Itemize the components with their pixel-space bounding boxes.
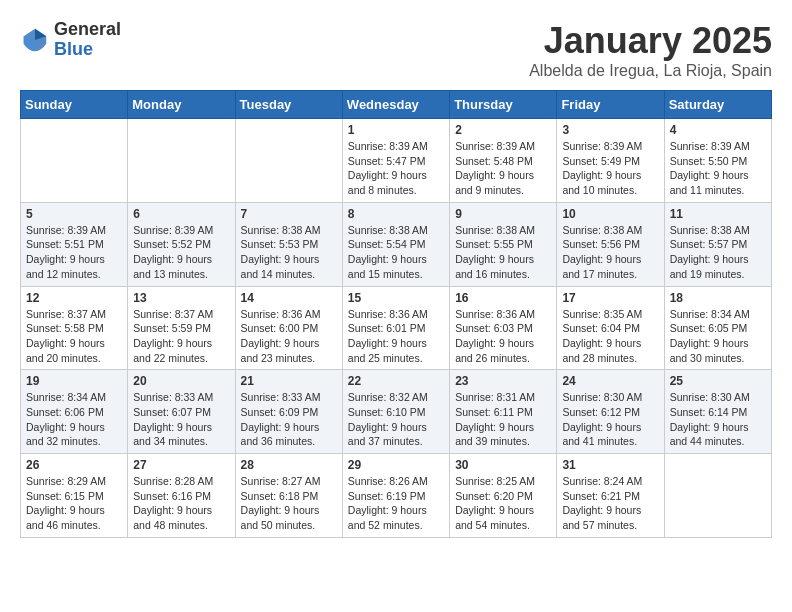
day-info: Sunrise: 8:38 AM Sunset: 5:53 PM Dayligh… bbox=[241, 223, 337, 282]
day-info: Sunrise: 8:37 AM Sunset: 5:59 PM Dayligh… bbox=[133, 307, 229, 366]
sunset-text: Sunset: 5:52 PM bbox=[133, 238, 211, 250]
day-number: 21 bbox=[241, 374, 337, 388]
title-section: January 2025 Albelda de Iregua, La Rioja… bbox=[529, 20, 772, 80]
sunrise-text: Sunrise: 8:37 AM bbox=[26, 308, 106, 320]
day-number: 17 bbox=[562, 291, 658, 305]
day-info: Sunrise: 8:31 AM Sunset: 6:11 PM Dayligh… bbox=[455, 390, 551, 449]
sunset-text: Sunset: 5:50 PM bbox=[670, 155, 748, 167]
daylight-text: Daylight: 9 hours and 22 minutes. bbox=[133, 337, 212, 364]
daylight-text: Daylight: 9 hours and 37 minutes. bbox=[348, 421, 427, 448]
sunset-text: Sunset: 6:09 PM bbox=[241, 406, 319, 418]
sunrise-text: Sunrise: 8:33 AM bbox=[241, 391, 321, 403]
day-number: 25 bbox=[670, 374, 766, 388]
daylight-text: Daylight: 9 hours and 11 minutes. bbox=[670, 169, 749, 196]
sunset-text: Sunset: 6:06 PM bbox=[26, 406, 104, 418]
calendar-week-row: 5 Sunrise: 8:39 AM Sunset: 5:51 PM Dayli… bbox=[21, 202, 772, 286]
day-number: 30 bbox=[455, 458, 551, 472]
day-number: 6 bbox=[133, 207, 229, 221]
calendar-cell bbox=[21, 119, 128, 203]
day-info: Sunrise: 8:38 AM Sunset: 5:56 PM Dayligh… bbox=[562, 223, 658, 282]
day-info: Sunrise: 8:25 AM Sunset: 6:20 PM Dayligh… bbox=[455, 474, 551, 533]
daylight-text: Daylight: 9 hours and 23 minutes. bbox=[241, 337, 320, 364]
calendar-cell bbox=[235, 119, 342, 203]
calendar-cell: 10 Sunrise: 8:38 AM Sunset: 5:56 PM Dayl… bbox=[557, 202, 664, 286]
sunset-text: Sunset: 6:05 PM bbox=[670, 322, 748, 334]
calendar-week-row: 26 Sunrise: 8:29 AM Sunset: 6:15 PM Dayl… bbox=[21, 454, 772, 538]
sunset-text: Sunset: 6:11 PM bbox=[455, 406, 533, 418]
weekday-header: Friday bbox=[557, 91, 664, 119]
sunset-text: Sunset: 5:58 PM bbox=[26, 322, 104, 334]
day-number: 26 bbox=[26, 458, 122, 472]
weekday-header: Monday bbox=[128, 91, 235, 119]
sunrise-text: Sunrise: 8:38 AM bbox=[562, 224, 642, 236]
sunrise-text: Sunrise: 8:36 AM bbox=[455, 308, 535, 320]
daylight-text: Daylight: 9 hours and 9 minutes. bbox=[455, 169, 534, 196]
calendar-cell: 4 Sunrise: 8:39 AM Sunset: 5:50 PM Dayli… bbox=[664, 119, 771, 203]
calendar-cell: 8 Sunrise: 8:38 AM Sunset: 5:54 PM Dayli… bbox=[342, 202, 449, 286]
calendar-week-row: 19 Sunrise: 8:34 AM Sunset: 6:06 PM Dayl… bbox=[21, 370, 772, 454]
sunset-text: Sunset: 5:53 PM bbox=[241, 238, 319, 250]
sunset-text: Sunset: 5:49 PM bbox=[562, 155, 640, 167]
calendar-cell: 24 Sunrise: 8:30 AM Sunset: 6:12 PM Dayl… bbox=[557, 370, 664, 454]
day-number: 16 bbox=[455, 291, 551, 305]
weekday-header: Tuesday bbox=[235, 91, 342, 119]
daylight-text: Daylight: 9 hours and 16 minutes. bbox=[455, 253, 534, 280]
day-info: Sunrise: 8:27 AM Sunset: 6:18 PM Dayligh… bbox=[241, 474, 337, 533]
sunset-text: Sunset: 6:20 PM bbox=[455, 490, 533, 502]
day-info: Sunrise: 8:37 AM Sunset: 5:58 PM Dayligh… bbox=[26, 307, 122, 366]
day-info: Sunrise: 8:33 AM Sunset: 6:09 PM Dayligh… bbox=[241, 390, 337, 449]
sunset-text: Sunset: 6:07 PM bbox=[133, 406, 211, 418]
day-number: 8 bbox=[348, 207, 444, 221]
calendar-week-row: 12 Sunrise: 8:37 AM Sunset: 5:58 PM Dayl… bbox=[21, 286, 772, 370]
calendar-cell bbox=[664, 454, 771, 538]
daylight-text: Daylight: 9 hours and 25 minutes. bbox=[348, 337, 427, 364]
sunset-text: Sunset: 6:21 PM bbox=[562, 490, 640, 502]
day-info: Sunrise: 8:36 AM Sunset: 6:03 PM Dayligh… bbox=[455, 307, 551, 366]
day-number: 29 bbox=[348, 458, 444, 472]
day-number: 10 bbox=[562, 207, 658, 221]
weekday-header: Thursday bbox=[450, 91, 557, 119]
sunset-text: Sunset: 6:14 PM bbox=[670, 406, 748, 418]
day-info: Sunrise: 8:38 AM Sunset: 5:57 PM Dayligh… bbox=[670, 223, 766, 282]
calendar-cell: 1 Sunrise: 8:39 AM Sunset: 5:47 PM Dayli… bbox=[342, 119, 449, 203]
day-info: Sunrise: 8:32 AM Sunset: 6:10 PM Dayligh… bbox=[348, 390, 444, 449]
weekday-header-row: SundayMondayTuesdayWednesdayThursdayFrid… bbox=[21, 91, 772, 119]
sunrise-text: Sunrise: 8:28 AM bbox=[133, 475, 213, 487]
daylight-text: Daylight: 9 hours and 14 minutes. bbox=[241, 253, 320, 280]
calendar-cell bbox=[128, 119, 235, 203]
daylight-text: Daylight: 9 hours and 13 minutes. bbox=[133, 253, 212, 280]
sunrise-text: Sunrise: 8:30 AM bbox=[562, 391, 642, 403]
daylight-text: Daylight: 9 hours and 19 minutes. bbox=[670, 253, 749, 280]
day-info: Sunrise: 8:39 AM Sunset: 5:52 PM Dayligh… bbox=[133, 223, 229, 282]
day-info: Sunrise: 8:39 AM Sunset: 5:47 PM Dayligh… bbox=[348, 139, 444, 198]
sunset-text: Sunset: 6:19 PM bbox=[348, 490, 426, 502]
sunrise-text: Sunrise: 8:30 AM bbox=[670, 391, 750, 403]
sunrise-text: Sunrise: 8:34 AM bbox=[670, 308, 750, 320]
sunrise-text: Sunrise: 8:39 AM bbox=[562, 140, 642, 152]
day-number: 22 bbox=[348, 374, 444, 388]
sunrise-text: Sunrise: 8:39 AM bbox=[26, 224, 106, 236]
calendar-cell: 14 Sunrise: 8:36 AM Sunset: 6:00 PM Dayl… bbox=[235, 286, 342, 370]
calendar-cell: 20 Sunrise: 8:33 AM Sunset: 6:07 PM Dayl… bbox=[128, 370, 235, 454]
sunrise-text: Sunrise: 8:39 AM bbox=[455, 140, 535, 152]
sunrise-text: Sunrise: 8:31 AM bbox=[455, 391, 535, 403]
day-number: 18 bbox=[670, 291, 766, 305]
sunrise-text: Sunrise: 8:38 AM bbox=[348, 224, 428, 236]
daylight-text: Daylight: 9 hours and 34 minutes. bbox=[133, 421, 212, 448]
daylight-text: Daylight: 9 hours and 15 minutes. bbox=[348, 253, 427, 280]
day-info: Sunrise: 8:30 AM Sunset: 6:12 PM Dayligh… bbox=[562, 390, 658, 449]
sunrise-text: Sunrise: 8:39 AM bbox=[133, 224, 213, 236]
daylight-text: Daylight: 9 hours and 52 minutes. bbox=[348, 504, 427, 531]
sunrise-text: Sunrise: 8:38 AM bbox=[241, 224, 321, 236]
logo-text: General Blue bbox=[54, 20, 121, 60]
sunrise-text: Sunrise: 8:37 AM bbox=[133, 308, 213, 320]
daylight-text: Daylight: 9 hours and 32 minutes. bbox=[26, 421, 105, 448]
daylight-text: Daylight: 9 hours and 44 minutes. bbox=[670, 421, 749, 448]
sunrise-text: Sunrise: 8:38 AM bbox=[455, 224, 535, 236]
sunset-text: Sunset: 6:15 PM bbox=[26, 490, 104, 502]
day-info: Sunrise: 8:24 AM Sunset: 6:21 PM Dayligh… bbox=[562, 474, 658, 533]
sunrise-text: Sunrise: 8:24 AM bbox=[562, 475, 642, 487]
day-info: Sunrise: 8:29 AM Sunset: 6:15 PM Dayligh… bbox=[26, 474, 122, 533]
sunset-text: Sunset: 5:59 PM bbox=[133, 322, 211, 334]
day-number: 11 bbox=[670, 207, 766, 221]
